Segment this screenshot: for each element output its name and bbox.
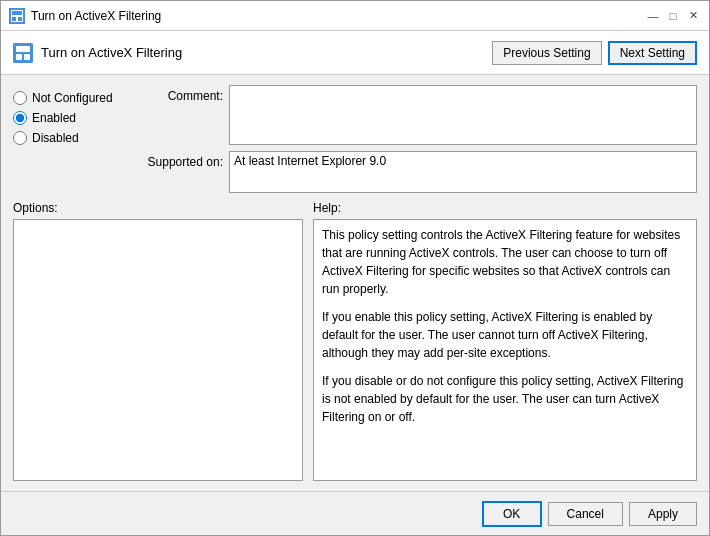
cancel-button[interactable]: Cancel [548, 502, 623, 526]
supported-on-value: At least Internet Explorer 9.0 [229, 151, 697, 193]
help-paragraph-3: If you disable or do not configure this … [322, 372, 688, 426]
supported-on-row: Supported on: At least Internet Explorer… [143, 151, 697, 193]
title-bar: Turn on ActiveX Filtering — □ ✕ [1, 1, 709, 31]
supported-on-label: Supported on: [143, 151, 223, 169]
svg-rect-5 [16, 46, 30, 52]
apply-button[interactable]: Apply [629, 502, 697, 526]
main-window: Turn on ActiveX Filtering — □ ✕ Turn on … [0, 0, 710, 536]
disabled-radio[interactable] [13, 131, 27, 145]
content-area: Not Configured Enabled Disabled Comment: [1, 75, 709, 491]
window-icon [9, 8, 25, 24]
header-icon [13, 43, 33, 63]
bottom-bar: OK Cancel Apply [1, 491, 709, 535]
enabled-option[interactable]: Enabled [13, 111, 133, 125]
disabled-option[interactable]: Disabled [13, 131, 133, 145]
enabled-radio[interactable] [13, 111, 27, 125]
disabled-label: Disabled [32, 131, 79, 145]
options-panel: Options: [13, 201, 303, 481]
svg-rect-2 [12, 17, 16, 21]
top-section: Not Configured Enabled Disabled Comment: [13, 85, 697, 193]
maximize-button[interactable]: □ [665, 8, 681, 24]
help-paragraph-1: This policy setting controls the ActiveX… [322, 226, 688, 298]
middle-section: Options: Help: This policy setting contr… [13, 201, 697, 481]
svg-rect-1 [12, 11, 22, 15]
ok-button[interactable]: OK [482, 501, 542, 527]
options-box [13, 219, 303, 481]
close-button[interactable]: ✕ [685, 8, 701, 24]
comment-row: Comment: [143, 85, 697, 145]
window-title: Turn on ActiveX Filtering [31, 9, 645, 23]
options-label: Options: [13, 201, 303, 215]
help-label: Help: [313, 201, 697, 215]
help-text-box: This policy setting controls the ActiveX… [313, 219, 697, 481]
header-bar: Turn on ActiveX Filtering Previous Setti… [1, 31, 709, 75]
comment-textarea[interactable] [229, 85, 697, 145]
svg-rect-7 [24, 54, 30, 60]
minimize-button[interactable]: — [645, 8, 661, 24]
comment-label: Comment: [143, 85, 223, 103]
title-controls: — □ ✕ [645, 8, 701, 24]
svg-rect-3 [18, 17, 22, 21]
header-title: Turn on ActiveX Filtering [41, 45, 492, 60]
next-setting-button[interactable]: Next Setting [608, 41, 697, 65]
not-configured-radio[interactable] [13, 91, 27, 105]
help-paragraph-2: If you enable this policy setting, Activ… [322, 308, 688, 362]
help-panel: Help: This policy setting controls the A… [313, 201, 697, 481]
enabled-label: Enabled [32, 111, 76, 125]
previous-setting-button[interactable]: Previous Setting [492, 41, 601, 65]
radio-group: Not Configured Enabled Disabled [13, 85, 133, 193]
svg-rect-6 [16, 54, 22, 60]
not-configured-label: Not Configured [32, 91, 113, 105]
not-configured-option[interactable]: Not Configured [13, 91, 133, 105]
nav-buttons: Previous Setting Next Setting [492, 41, 697, 65]
right-panel: Comment: Supported on: At least Internet… [143, 85, 697, 193]
